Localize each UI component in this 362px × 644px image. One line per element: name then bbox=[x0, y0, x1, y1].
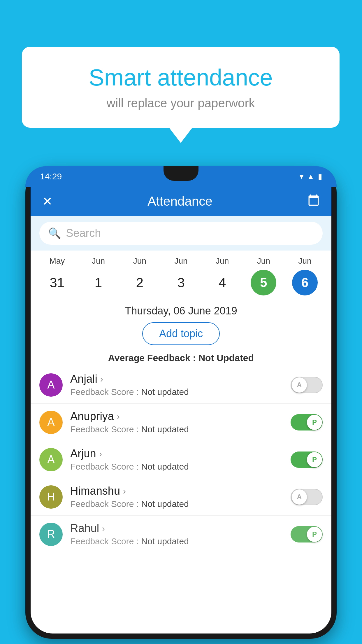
toggle-arjun[interactable]: P bbox=[291, 452, 323, 468]
cal-cell-1[interactable]: Jun bbox=[79, 256, 118, 266]
date-num-0: 31 bbox=[37, 275, 77, 290]
student-feedback-anupriya: Feedback Score : Not updated bbox=[70, 424, 283, 434]
date-circle-5: 5 bbox=[251, 270, 276, 295]
speech-bubble-container: Smart attendance will replace your paper… bbox=[22, 47, 340, 128]
toggle-thumb-anjali: A bbox=[292, 377, 307, 393]
cal-cell-0[interactable]: May bbox=[37, 256, 77, 266]
student-name-rahul: Rahul › bbox=[70, 522, 283, 535]
month-label-2: Jun bbox=[120, 256, 159, 266]
search-icon: 🔍 bbox=[48, 227, 61, 239]
avatar-arjun: A bbox=[39, 448, 63, 471]
close-button[interactable]: ✕ bbox=[42, 194, 52, 209]
month-label-4: Jun bbox=[203, 256, 242, 266]
phone-frame: 14:29 ▾ ▲ ▮ ✕ Attendance bbox=[25, 166, 337, 639]
toggle-rahul[interactable]: P bbox=[291, 526, 323, 542]
date-info: Thursday, 06 June 2019 Add topic Average… bbox=[31, 298, 331, 366]
date-num-2: 2 bbox=[120, 275, 159, 290]
cal-date-3[interactable]: 3 bbox=[161, 274, 201, 290]
cal-date-4[interactable]: 4 bbox=[203, 274, 242, 290]
cal-cell-5[interactable]: Jun bbox=[244, 256, 283, 266]
date-circle-6: 6 bbox=[292, 270, 318, 295]
notch bbox=[164, 166, 198, 181]
add-topic-button[interactable]: Add topic bbox=[142, 322, 220, 345]
avg-feedback-label: Average Feedback : Not Updated bbox=[108, 353, 254, 363]
student-item-himanshu[interactable]: H Himanshu › Feedback Score : Not update… bbox=[31, 478, 331, 516]
toggle-thumb-arjun: P bbox=[307, 452, 322, 467]
student-name-anupriya: Anupriya › bbox=[70, 410, 283, 423]
bubble-subtitle: will replace your paperwork bbox=[45, 96, 316, 110]
student-item-anjali[interactable]: A Anjali › Feedback Score : Not updated … bbox=[31, 366, 331, 404]
status-time: 14:29 bbox=[40, 172, 62, 181]
student-name-arjun: Arjun › bbox=[70, 447, 283, 460]
search-container: 🔍 Search bbox=[31, 216, 331, 251]
selected-date-full: Thursday, 06 June 2019 bbox=[36, 305, 326, 317]
phone-container: 14:29 ▾ ▲ ▮ ✕ Attendance bbox=[25, 166, 337, 639]
cal-cell-6[interactable]: Jun bbox=[285, 256, 325, 266]
student-list: A Anjali › Feedback Score : Not updated … bbox=[31, 366, 331, 553]
cal-cell-4[interactable]: Jun bbox=[203, 256, 242, 266]
toggle-thumb-rahul: P bbox=[307, 527, 322, 542]
calendar-dates-row: 31 1 2 3 4 5 bbox=[34, 269, 328, 295]
status-bar: 14:29 ▾ ▲ ▮ bbox=[25, 166, 337, 187]
toggle-himanshu[interactable]: A bbox=[291, 489, 323, 505]
student-info-anjali: Anjali › Feedback Score : Not updated bbox=[70, 373, 283, 397]
toggle-thumb-himanshu: A bbox=[292, 489, 307, 505]
toggle-anjali[interactable]: A bbox=[291, 377, 323, 393]
chevron-icon-himanshu: › bbox=[123, 486, 126, 496]
cal-date-2[interactable]: 2 bbox=[120, 274, 159, 290]
date-num-4: 4 bbox=[203, 275, 242, 290]
month-label-0: May bbox=[37, 256, 77, 266]
month-label-5: Jun bbox=[244, 256, 283, 266]
bubble-title: Smart attendance bbox=[45, 64, 316, 91]
student-item-anupriya[interactable]: A Anupriya › Feedback Score : Not update… bbox=[31, 404, 331, 441]
student-info-anupriya: Anupriya › Feedback Score : Not updated bbox=[70, 410, 283, 434]
date-num-3: 3 bbox=[161, 275, 201, 290]
student-name-himanshu: Himanshu › bbox=[70, 485, 283, 497]
student-name-anjali: Anjali › bbox=[70, 373, 283, 385]
student-info-rahul: Rahul › Feedback Score : Not updated bbox=[70, 522, 283, 546]
cal-date-6[interactable]: 6 bbox=[285, 269, 325, 295]
chevron-icon-rahul: › bbox=[102, 524, 105, 533]
student-feedback-rahul: Feedback Score : Not updated bbox=[70, 536, 283, 546]
speech-bubble: Smart attendance will replace your paper… bbox=[22, 47, 340, 128]
cal-date-1[interactable]: 1 bbox=[79, 274, 118, 290]
header-title: Attendance bbox=[147, 194, 212, 209]
avatar-himanshu: H bbox=[39, 485, 63, 509]
cal-cell-2[interactable]: Jun bbox=[120, 256, 159, 266]
chevron-icon-anjali: › bbox=[100, 374, 103, 384]
signal-icon: ▲ bbox=[307, 172, 314, 181]
month-label-3: Jun bbox=[161, 256, 201, 266]
chevron-icon-anupriya: › bbox=[117, 412, 120, 421]
student-item-arjun[interactable]: A Arjun › Feedback Score : Not updated P bbox=[31, 441, 331, 478]
battery-icon: ▮ bbox=[318, 172, 322, 181]
student-info-arjun: Arjun › Feedback Score : Not updated bbox=[70, 447, 283, 472]
student-feedback-anjali: Feedback Score : Not updated bbox=[70, 387, 283, 397]
status-icons: ▾ ▲ ▮ bbox=[300, 172, 322, 181]
search-input[interactable]: Search bbox=[66, 227, 101, 239]
avatar-anjali: A bbox=[39, 373, 63, 397]
avatar-rahul: R bbox=[39, 523, 63, 546]
student-item-rahul[interactable]: R Rahul › Feedback Score : Not updated P bbox=[31, 516, 331, 553]
avg-feedback-value: Not Updated bbox=[198, 353, 254, 363]
month-label-6: Jun bbox=[285, 256, 325, 266]
toggle-anupriya[interactable]: P bbox=[291, 414, 323, 430]
search-bar[interactable]: 🔍 Search bbox=[39, 222, 323, 245]
toggle-thumb-anupriya: P bbox=[307, 415, 322, 430]
wifi-icon: ▾ bbox=[300, 172, 303, 181]
screen: ✕ Attendance 🔍 Search bbox=[31, 187, 331, 634]
chevron-icon-arjun: › bbox=[99, 449, 102, 459]
student-feedback-himanshu: Feedback Score : Not updated bbox=[70, 499, 283, 509]
cal-date-5[interactable]: 5 bbox=[244, 269, 283, 295]
app-header: ✕ Attendance bbox=[31, 187, 331, 216]
calendar-icon[interactable] bbox=[307, 194, 320, 209]
student-info-himanshu: Himanshu › Feedback Score : Not updated bbox=[70, 485, 283, 509]
calendar-months-row: May Jun Jun Jun Jun Jun bbox=[34, 256, 328, 266]
date-num-1: 1 bbox=[79, 275, 118, 290]
avatar-anupriya: A bbox=[39, 411, 63, 434]
cal-date-0[interactable]: 31 bbox=[37, 274, 77, 290]
calendar-strip: May Jun Jun Jun Jun Jun bbox=[31, 251, 331, 298]
cal-cell-3[interactable]: Jun bbox=[161, 256, 201, 266]
student-feedback-arjun: Feedback Score : Not updated bbox=[70, 462, 283, 472]
month-label-1: Jun bbox=[79, 256, 118, 266]
